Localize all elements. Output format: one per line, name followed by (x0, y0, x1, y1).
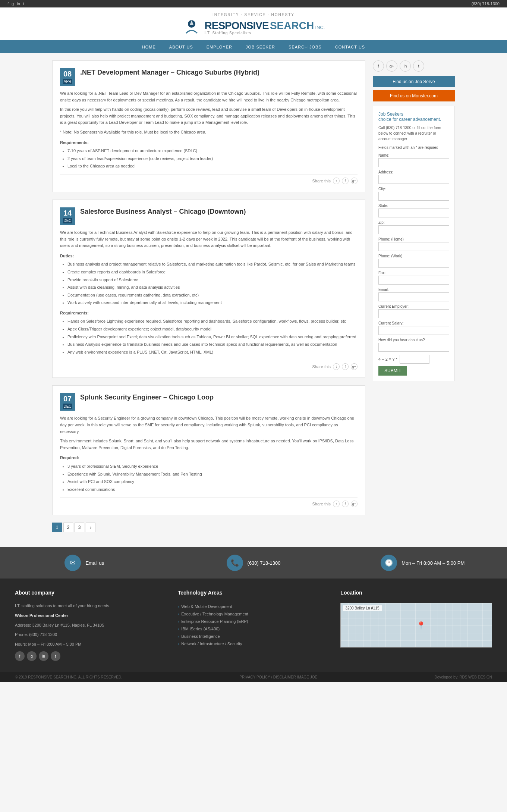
captcha-input[interactable] (400, 355, 429, 364)
job-duty-item: Work actively with users and inter-depar… (67, 300, 358, 306)
top-bar-social-icons[interactable]: f g in t (7, 1, 24, 6)
twitter-share-icon[interactable]: t (333, 501, 340, 507)
form-phone-home-label: Phone: (Home) (378, 237, 449, 241)
form-employer-input[interactable] (378, 309, 449, 318)
form-phone-work-label: Phone: (Work) (378, 254, 449, 258)
google-share-icon[interactable]: g+ (351, 363, 358, 370)
nav-contact[interactable]: CONTACT US (328, 41, 372, 53)
form-salary-input[interactable] (378, 326, 449, 335)
form-employer: Current Employer: (378, 304, 449, 318)
job-body-3: We are looking for a Security Engineer f… (60, 415, 358, 493)
nav-about[interactable]: ABOUT US (163, 41, 200, 53)
tech-item-5[interactable]: Network / Infrastructure / Security (178, 640, 330, 648)
map-pin-icon: 📍 (416, 621, 426, 630)
tech-item-0[interactable]: Web & Mobile Development (178, 603, 330, 610)
job-para-1-2: * Note: No Sponsorship Available for thi… (60, 129, 358, 136)
site-header: Integrity · Service · Honesty RESPONSIVE… (0, 7, 507, 41)
job-day-1: 08 (63, 70, 72, 78)
facebook-share-icon[interactable]: f (342, 178, 349, 184)
form-zip-input[interactable] (378, 225, 449, 234)
form-state-label: State: (378, 204, 449, 208)
sidebar-twitter-icon[interactable]: t (413, 60, 424, 72)
google-icon[interactable]: g (12, 1, 14, 6)
nav-search-jobs[interactable]: SEARCH JOBS (282, 41, 328, 53)
tech-item-3[interactable]: IBM iSeries (AS/400) (178, 625, 330, 633)
tech-item-1[interactable]: Executive / Technology Management (178, 610, 330, 618)
twitter-share-icon[interactable]: t (333, 363, 340, 370)
job-req-item: 2 years of team lead/supervision experie… (67, 156, 358, 162)
footer-hours-text: Mon – Fri 8:00 AM – 5:00 PM (401, 560, 465, 566)
form-state-input[interactable] (378, 209, 449, 217)
form-name-input[interactable] (378, 158, 449, 167)
footer-phone: 📞 (630) 718-1300 (169, 547, 338, 579)
footer-twitter-icon[interactable]: t (51, 651, 60, 661)
submit-button[interactable]: SUBMIT (378, 366, 407, 376)
form-fax-input[interactable] (378, 276, 449, 285)
job-header-2: 14 DEC Salesforce Business Analyst – Chi… (60, 207, 358, 225)
footer-email-text[interactable]: Email us (85, 560, 104, 566)
sidebar-google-icon[interactable]: g+ (386, 60, 397, 72)
google-share-icon[interactable]: g+ (351, 178, 358, 184)
nav-employer[interactable]: EMPLOYER (200, 41, 239, 53)
form-email-input[interactable] (378, 292, 449, 301)
logo-text: RESPONSIVE SEARCH INC. I.T. Staffing Spe… (205, 21, 325, 35)
tech-item-2[interactable]: Enterprise Resource Planning (ERP) (178, 618, 330, 625)
footer-linkedin-icon[interactable]: in (39, 651, 48, 661)
footer-phone: Phone: (630) 718-1300 (15, 631, 167, 638)
job-share-2: Share this t f g+ (60, 360, 358, 370)
form-name-label: Name: (378, 153, 449, 157)
footer-hours-val: Mon – Fri 8:00 AM – 5:00 PM (28, 642, 81, 646)
form-referral-input[interactable] (378, 343, 449, 352)
nav-home[interactable]: HOME (135, 41, 163, 53)
jobserve-button[interactable]: Find us on Job Serve (373, 76, 455, 87)
job-duty-item: Business analysis and project management… (67, 261, 358, 268)
footer-facebook-icon[interactable]: f (15, 651, 25, 661)
twitter-share-icon[interactable]: t (333, 178, 340, 184)
nav-job-seeker[interactable]: JOB SEEKER (239, 41, 282, 53)
facebook-share-icon[interactable]: f (342, 363, 349, 370)
job-req-item: Local to the Chicago area as needed (67, 163, 358, 170)
twitter-icon[interactable]: t (23, 1, 24, 6)
page-1[interactable]: 1 (52, 523, 62, 532)
monster-button[interactable]: Find us on Monster.com (373, 90, 455, 101)
job-title-2: Salesforce Business Analyst – Chicago (D… (80, 207, 246, 216)
facebook-icon[interactable]: f (7, 1, 9, 6)
form-address-input[interactable] (378, 175, 449, 184)
footer-links[interactable]: PRIVACY POLICY / DISCLAIMER IMAGE JOE (239, 675, 317, 679)
job-title-3: Splunk Security Engineer – Chicago Loop (80, 393, 214, 402)
form-city-input[interactable] (378, 192, 449, 201)
footer-phone-text: (630) 718-1300 (248, 560, 281, 566)
page-2[interactable]: 2 (63, 523, 73, 532)
phone-icon: 📞 (227, 555, 243, 571)
page-next[interactable]: › (86, 523, 95, 532)
clock-icon: 🕐 (381, 555, 397, 571)
job-duties-list-2: Business analysis and project management… (60, 261, 358, 306)
footer-google-icon[interactable]: g (27, 651, 37, 661)
job-para-2-0: We are looking for a Technical Business … (60, 229, 358, 249)
footer-about-desc: I.T. staffing solutions to meet all of y… (15, 603, 167, 609)
footer-address-value: 3200 Bailey Ln #115, Naples, FL 34105 (32, 623, 104, 627)
form-referral: How did you hear about us? (378, 338, 449, 352)
pagination: 1 2 3 › (52, 523, 365, 532)
job-seekers-title: Job Seekers choice for career advancemen… (378, 112, 449, 122)
job-share-1: Share this t f g+ (60, 174, 358, 184)
form-phone-work-input[interactable] (378, 259, 449, 268)
job-req-item: Business Analysis experience to translat… (67, 341, 358, 348)
job-req-item: Excellent communications (67, 486, 358, 493)
linkedin-icon[interactable]: in (17, 1, 20, 6)
form-email-label: Email: (378, 288, 449, 292)
facebook-share-icon[interactable]: f (342, 501, 349, 507)
form-fax: Fax: (378, 271, 449, 285)
footer-hours: 🕐 Mon – Fri 8:00 AM – 5:00 PM (338, 547, 507, 579)
tech-item-4[interactable]: Business Intelligence (178, 633, 330, 640)
google-share-icon[interactable]: g+ (351, 501, 358, 507)
page-3[interactable]: 3 (75, 523, 84, 532)
form-zip-label: Zip: (378, 220, 449, 225)
sidebar-facebook-icon[interactable]: f (373, 60, 384, 72)
sidebar-linkedin-icon[interactable]: in (400, 60, 411, 72)
logo-inc: INC. (315, 25, 325, 30)
email-icon[interactable]: ✉ (64, 555, 81, 571)
form-phone-home-input[interactable] (378, 242, 449, 251)
job-req-item: 7-10 years of ASP.NET development or arc… (67, 148, 358, 154)
header-tagline: Integrity · Service · Honesty (0, 13, 507, 17)
